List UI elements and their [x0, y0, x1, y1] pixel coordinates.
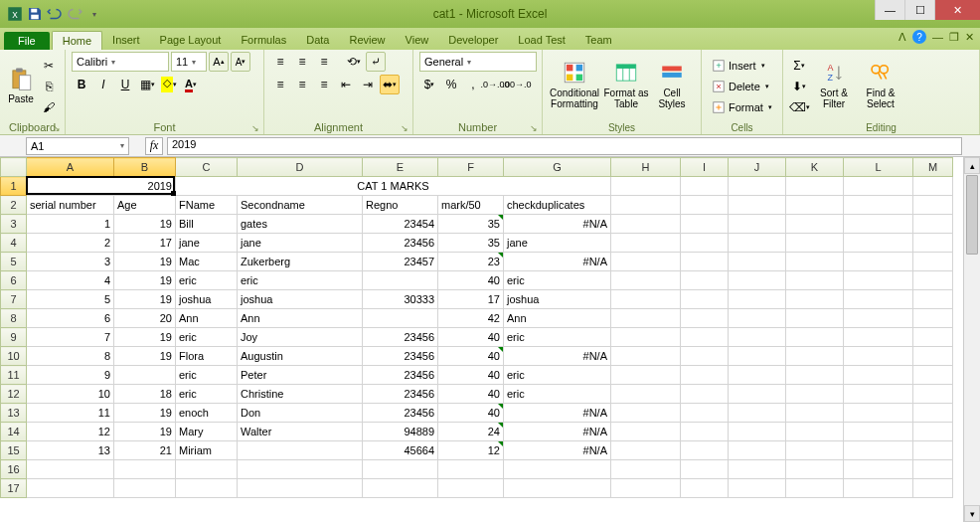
col-header-K[interactable]: K: [786, 158, 844, 177]
cell[interactable]: [681, 253, 729, 271]
cell[interactable]: 23456: [363, 328, 438, 347]
cell[interactable]: [844, 215, 913, 234]
cell[interactable]: #N/A: [504, 253, 611, 271]
cell[interactable]: jane: [176, 234, 238, 253]
cell-A1[interactable]: 2019: [27, 177, 176, 196]
cell[interactable]: joshua: [176, 290, 238, 309]
cell[interactable]: [363, 479, 438, 498]
align-bottom-icon[interactable]: ≡: [314, 52, 334, 72]
row-header-4[interactable]: 4: [1, 234, 27, 253]
cell[interactable]: jane: [238, 234, 363, 253]
cell[interactable]: [729, 460, 786, 479]
cell[interactable]: [786, 385, 844, 404]
scroll-thumb[interactable]: [966, 175, 978, 255]
cell[interactable]: [729, 234, 786, 253]
cell[interactable]: 17: [438, 290, 504, 309]
tab-page-layout[interactable]: Page Layout: [150, 31, 232, 50]
col-header-E[interactable]: E: [363, 158, 438, 177]
tab-review[interactable]: Review: [339, 31, 395, 50]
cell[interactable]: 23: [438, 253, 504, 271]
col-header-H[interactable]: H: [611, 158, 681, 177]
cell[interactable]: [114, 460, 176, 479]
tab-insert[interactable]: Insert: [102, 31, 150, 50]
cell[interactable]: 40: [438, 404, 504, 423]
cell[interactable]: #N/A: [504, 404, 611, 423]
tab-data[interactable]: Data: [296, 31, 339, 50]
launcher-icon[interactable]: ↘: [401, 123, 408, 133]
font-family-combo[interactable]: Calibri▾: [72, 52, 169, 72]
cell[interactable]: enoch: [176, 404, 238, 423]
cell[interactable]: 19: [114, 328, 176, 347]
cell[interactable]: 5: [27, 290, 114, 309]
cell[interactable]: [844, 177, 913, 196]
tab-team[interactable]: Team: [575, 31, 622, 50]
cell[interactable]: [176, 479, 238, 498]
cell[interactable]: [844, 441, 913, 460]
name-box[interactable]: A1▾: [26, 137, 129, 155]
decrease-indent-icon[interactable]: ⇤: [336, 75, 356, 94]
cell[interactable]: [786, 196, 844, 215]
cell[interactable]: [611, 385, 681, 404]
vertical-scrollbar[interactable]: ▴ ▾: [963, 157, 980, 522]
cell[interactable]: 30333: [363, 290, 438, 309]
cell[interactable]: 18: [114, 385, 176, 404]
underline-button[interactable]: U: [115, 75, 135, 94]
cell[interactable]: [611, 177, 681, 196]
cell[interactable]: 94889: [363, 423, 438, 441]
cell[interactable]: joshua: [238, 290, 363, 309]
italic-button[interactable]: I: [93, 75, 113, 94]
decrease-font-icon[interactable]: A▾: [231, 52, 250, 72]
launcher-icon[interactable]: ↘: [530, 123, 538, 133]
cell[interactable]: [27, 460, 114, 479]
cell[interactable]: [681, 347, 729, 366]
increase-indent-icon[interactable]: ⇥: [358, 75, 378, 94]
bold-button[interactable]: B: [72, 75, 91, 94]
fill-color-button[interactable]: ◇▾: [159, 75, 179, 94]
cell[interactable]: 19: [114, 404, 176, 423]
cell[interactable]: eric: [504, 366, 611, 385]
col-header-B[interactable]: B: [114, 158, 176, 177]
row-header-6[interactable]: 6: [1, 271, 27, 290]
cell[interactable]: Miriam: [176, 441, 238, 460]
wrap-text-icon[interactable]: ⤶: [366, 52, 386, 72]
cell[interactable]: [844, 290, 913, 309]
cell[interactable]: [681, 385, 729, 404]
cell[interactable]: [363, 309, 438, 328]
col-header-C[interactable]: C: [176, 158, 238, 177]
scroll-down-icon[interactable]: ▾: [964, 505, 980, 522]
cell[interactable]: [844, 234, 913, 253]
cell[interactable]: 1: [27, 215, 114, 234]
cell[interactable]: [729, 347, 786, 366]
fx-icon[interactable]: fx: [145, 137, 163, 155]
cell[interactable]: [786, 347, 844, 366]
cell[interactable]: 20: [114, 309, 176, 328]
row-header-13[interactable]: 13: [1, 404, 27, 423]
cell[interactable]: [363, 271, 438, 290]
cell[interactable]: [913, 196, 953, 215]
cell[interactable]: [913, 309, 953, 328]
cell[interactable]: 12: [27, 423, 114, 441]
cell[interactable]: eric: [176, 328, 238, 347]
cell[interactable]: [681, 460, 729, 479]
cell[interactable]: eric: [176, 366, 238, 385]
cell[interactable]: [729, 309, 786, 328]
cell[interactable]: [729, 385, 786, 404]
decrease-decimal-icon[interactable]: .00→.0: [507, 75, 527, 94]
cell[interactable]: [681, 423, 729, 441]
cell[interactable]: eric: [504, 328, 611, 347]
cell[interactable]: [681, 215, 729, 234]
cell[interactable]: [913, 423, 953, 441]
cell[interactable]: [611, 309, 681, 328]
cell[interactable]: [844, 253, 913, 271]
cell[interactable]: [844, 196, 913, 215]
cell[interactable]: 13: [27, 441, 114, 460]
cell[interactable]: [729, 196, 786, 215]
cell[interactable]: 40: [438, 366, 504, 385]
cell[interactable]: [913, 215, 953, 234]
cell[interactable]: [844, 423, 913, 441]
cell[interactable]: [114, 366, 176, 385]
cell[interactable]: Joy: [238, 328, 363, 347]
merge-center-button[interactable]: ⬌▾: [380, 75, 400, 94]
cell[interactable]: [844, 460, 913, 479]
cell[interactable]: Peter: [238, 366, 363, 385]
